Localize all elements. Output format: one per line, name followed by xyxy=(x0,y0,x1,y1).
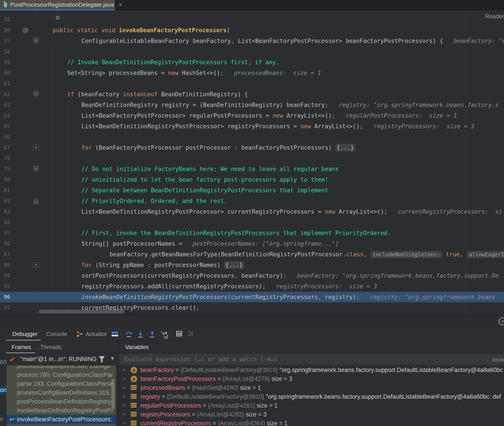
expand-chevron-icon[interactable]: > xyxy=(123,410,126,419)
variable-row-registryProcessors[interactable]: >registryProcessors = {ArrayList@4282} s… xyxy=(119,410,504,419)
tab-console[interactable]: Console xyxy=(46,327,67,341)
line-number: 62 xyxy=(0,89,10,99)
stack-frame[interactable]: invokeBeanFactoryPostProcessors: xyxy=(7,424,116,426)
code-line-67[interactable]: 67+for (BeanFactoryPostProcessor postPro… xyxy=(0,142,504,153)
variable-text: beanFactory = {DefaultListableBeanFactor… xyxy=(140,366,503,374)
tab-close-icon[interactable]: × xyxy=(119,2,122,8)
editor-tab-bar: C PostProcessorRegistrationDelegate.java… xyxy=(0,0,504,10)
variable-row-registry[interactable]: >registry = {DefaultListableBeanFactory@… xyxy=(119,392,504,401)
clipped-frame-fragment: n xyxy=(0,416,4,423)
variable-row-currentRegistryProcessors[interactable]: >currentRegistryProcessors = {ArrayList@… xyxy=(119,419,504,426)
code-line-64[interactable]: 64List<BeanFactoryPostProcessor> regular… xyxy=(0,110,504,121)
line-number: 65 xyxy=(0,121,10,132)
filter-funnel-icon[interactable] xyxy=(99,356,105,362)
code-line-87[interactable]: 87beanFactory.getBeanNamesForType(BeanDe… xyxy=(0,249,504,260)
annotation-gutter-icon: @ xyxy=(22,27,29,34)
code-text: BeanDefinitionRegistry registry = (BeanD… xyxy=(81,99,499,110)
code-editor[interactable]: 5556@public static void invokeBeanFactor… xyxy=(0,10,504,315)
variable-row-beanFactoryPostProcessors[interactable]: >pbeanFactoryPostProcessors = {ArrayList… xyxy=(119,374,504,383)
line-number: 97 xyxy=(0,302,10,313)
evaluate-expression-icon[interactable] xyxy=(175,330,183,337)
line-number: 80 xyxy=(0,174,10,185)
stack-frame[interactable]: processGroupImports:550, Configu xyxy=(7,366,116,370)
code-text: // Separate between BeanDefinitionRegist… xyxy=(81,185,328,196)
expand-chevron-icon[interactable]: > xyxy=(123,366,126,374)
variables-list[interactable]: >pbeanFactory = {DefaultListableBeanFact… xyxy=(119,366,504,426)
tab-actuator[interactable]: Actuator xyxy=(85,327,107,341)
layout-settings-icon[interactable] xyxy=(187,330,194,337)
parameter-icon: p xyxy=(131,367,137,373)
stack-frame[interactable]: process:780, ConfigurationClassPar xyxy=(7,370,116,379)
variable-row-processedBeans[interactable]: >processedBeans = {HashSet@4280} size = … xyxy=(119,383,504,392)
fold-collapse-icon[interactable]: − xyxy=(33,38,39,44)
variable-row-regularPostProcessors[interactable]: >regularPostProcessors = {ArrayList@4281… xyxy=(119,401,504,410)
stack-frame-selected[interactable]: ↩invokeBeanFactoryPostProcessors: xyxy=(7,415,116,424)
frame-label: processConfigBeanDefinitions:319, xyxy=(17,388,111,397)
java-class-icon: C xyxy=(4,1,7,8)
code-text: Set<String> processedBeans = new HashSet… xyxy=(67,68,321,78)
stack-frame[interactable]: postProcessBeanDefinitionRegistry: xyxy=(7,397,116,406)
expand-chevron-icon[interactable]: > xyxy=(123,419,126,426)
fold-collapse-end-icon[interactable]: − xyxy=(33,198,39,204)
code-line-78[interactable]: 78 xyxy=(0,153,504,164)
code-line-58[interactable]: 58 xyxy=(0,46,504,57)
code-line-62[interactable]: 62−if (beanFactory instanceof BeanDefini… xyxy=(0,89,504,99)
call-stack-list[interactable]: processGroupImports:550, Configuprocess:… xyxy=(6,366,116,426)
evaluate-expression-bar[interactable]: Evaluate expression (↵) or add a watch (… xyxy=(119,354,504,365)
tab-frames[interactable]: Frames xyxy=(12,341,31,353)
expand-chevron-icon[interactable]: > xyxy=(123,374,126,383)
chevron-down-icon: ⌄ xyxy=(61,15,64,19)
editor-tab[interactable]: C PostProcessorRegistrationDelegate.java… xyxy=(0,0,115,10)
code-line-86[interactable]: 86String[] postProcessorNames = postProc… xyxy=(0,238,504,249)
code-line-59[interactable]: 59// Invoke BeanDefinitionRegistryPostPr… xyxy=(0,57,504,68)
thread-selector[interactable]: ✔ "main"@1 in...in": RUNNING ▼ xyxy=(0,354,119,366)
expand-chevron-icon[interactable]: > xyxy=(123,401,126,410)
fold-expand-icon[interactable]: + xyxy=(33,262,39,268)
code-line-81[interactable]: 81// Separate between BeanDefinitionRegi… xyxy=(0,185,504,196)
expand-chevron-icon[interactable]: > xyxy=(123,392,126,401)
code-line-94[interactable]: 94sortPostProcessors(currentRegistryProc… xyxy=(0,270,504,281)
line-number: 57 xyxy=(0,36,10,46)
code-line-95[interactable]: 95registryProcessors.addAll(currentRegis… xyxy=(0,281,504,292)
step-into-icon[interactable] xyxy=(137,330,144,338)
stack-frame[interactable]: invokeBeanDefinitionRegistryPostPr xyxy=(7,406,116,415)
code-line-66[interactable]: 66 xyxy=(0,132,504,142)
code-line-88[interactable]: 88+for (String ppName : postProcessorNam… xyxy=(0,260,504,270)
reader-mode-label[interactable]: Reader xyxy=(485,13,504,20)
intention-gear-icon[interactable]: ⚙⌄ xyxy=(55,14,64,21)
code-line-57[interactable]: 57−ConfigurableListableBeanFactory beanF… xyxy=(0,36,504,46)
variable-row-beanFactory[interactable]: >pbeanFactory = {DefaultListableBeanFact… xyxy=(119,366,504,374)
return-frame-icon: ↩ xyxy=(10,415,15,424)
code-line-61[interactable]: 61 xyxy=(0,78,504,89)
code-line-65[interactable]: 65List<BeanDefinitionRegistryPostProcess… xyxy=(0,121,504,132)
fold-expand-icon[interactable]: + xyxy=(33,145,39,150)
step-over-icon[interactable] xyxy=(125,330,133,338)
code-line-82[interactable]: 82−// PriorityOrdered, Ordered, and the … xyxy=(0,196,504,206)
code-line-85[interactable]: 85// First, invoke the BeanDefinitionReg… xyxy=(0,228,504,238)
code-line-55[interactable]: 55 xyxy=(0,14,504,25)
layout-icon[interactable] xyxy=(111,331,119,337)
tab-debugger[interactable]: Debugger xyxy=(12,327,38,341)
code-line-79[interactable]: 79−// Do not initialize FactoryBeans her… xyxy=(0,164,504,174)
code-line-80[interactable]: 80// uninitialized to let the bean facto… xyxy=(0,174,504,185)
code-line-84[interactable]: 84 xyxy=(0,217,504,228)
pin-badge-icon xyxy=(3,1,6,3)
hide-window-icon[interactable]: ✕ xyxy=(499,317,504,325)
code-line-60[interactable]: 60Set<String> processedBeans = new HashS… xyxy=(0,68,504,78)
code-text: for (String ppName : postProcessorNames)… xyxy=(81,260,244,270)
horizontal-scrollbar[interactable] xyxy=(39,310,125,313)
variable-text: processedBeans = {HashSet@4280} size = 1 xyxy=(140,383,261,392)
expand-chevron-icon[interactable]: > xyxy=(123,383,126,392)
code-line-83[interactable]: 83List<BeanDefinitionRegistryPostProcess… xyxy=(0,206,504,217)
stack-frame[interactable]: parse:193, ConfigurationClassParse xyxy=(7,379,116,388)
step-out-icon[interactable] xyxy=(148,330,156,338)
frame-label: invokeBeanDefinitionRegistryPostPr xyxy=(17,406,113,415)
tab-threads[interactable]: Threads xyxy=(40,341,61,353)
code-line-63[interactable]: 63BeanDefinitionRegistry registry = (Bea… xyxy=(0,99,504,110)
code-line-56[interactable]: 56@public static void invokeBeanFactoryP… xyxy=(0,25,504,36)
stack-frame[interactable]: processConfigBeanDefinitions:319, xyxy=(7,388,116,397)
fold-collapse-icon[interactable]: − xyxy=(33,91,39,98)
chevron-down-icon[interactable]: ▼ xyxy=(110,355,115,362)
code-line-96[interactable]: 96invokeBeanDefinitionRegistryPostProces… xyxy=(0,292,504,302)
fold-collapse-icon[interactable]: − xyxy=(33,166,39,172)
